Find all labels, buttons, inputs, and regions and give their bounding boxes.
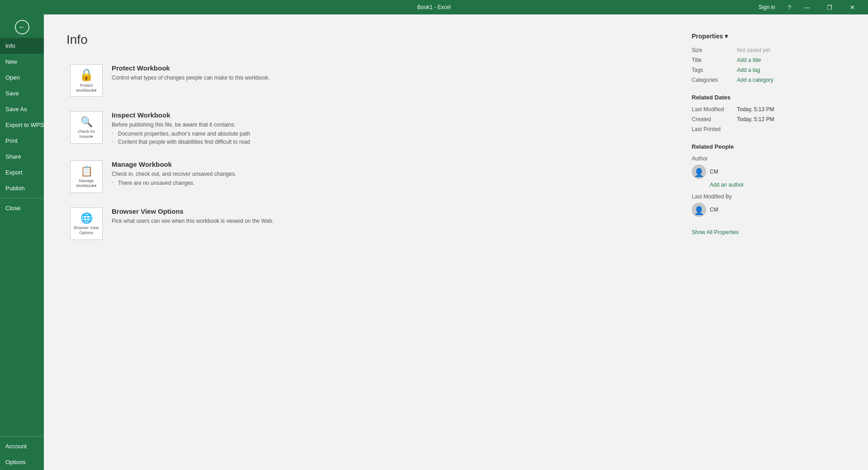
properties-title[interactable]: Properties ▾	[692, 33, 845, 40]
last-modified-avatar-icon: 👤	[694, 207, 704, 215]
magnify-icon: 🔍	[80, 116, 93, 128]
title-bar-title: Book1 - Excel	[417, 4, 451, 10]
back-button[interactable]: ←	[13, 18, 31, 36]
last-modified-by-info: 👤 CM	[692, 202, 718, 217]
add-author-link[interactable]: Add an author	[710, 182, 744, 188]
show-all-link[interactable]: Show All Properties	[692, 229, 739, 235]
sidebar-divider	[0, 198, 44, 198]
inspect-workbook-card[interactable]: 🔍 Check forIssues▾ Inspect Workbook Befo…	[66, 108, 665, 150]
sidebar-item-save[interactable]: Save	[0, 85, 44, 101]
prop-label-tags: Tags	[692, 67, 737, 73]
prop-row-title: Title Add a title	[692, 57, 845, 63]
prop-value-categories[interactable]: Add a category	[737, 77, 774, 83]
related-dates-title: Related Dates	[692, 94, 845, 101]
manage-card-desc: Check in, check out, and recover unsaved…	[112, 171, 661, 177]
browser-icon-label: Browser ViewOptions	[74, 226, 99, 235]
document-icon: 📋	[80, 165, 93, 177]
show-all-properties[interactable]: Show All Properties	[692, 228, 845, 236]
prop-label-size: Size	[692, 47, 737, 53]
protect-card-desc: Control what types of changes people can…	[112, 75, 661, 81]
prop-label-last-printed: Last Printed	[692, 126, 737, 132]
prop-row-tags: Tags Add a tag	[692, 67, 845, 73]
sidebar-item-close[interactable]: Close	[0, 200, 44, 216]
author-label: Author	[692, 155, 737, 162]
prop-row-last-modified: Last Modified Today, 5:13 PM	[692, 106, 845, 113]
main-content: Info 🔒 ProtectWorkbook▾ Protect Workbook…	[44, 14, 868, 470]
prop-label-categories: Categories	[692, 77, 737, 83]
manage-card-title: Manage Workbook	[112, 160, 661, 168]
prop-row-last-printed: Last Printed	[692, 126, 845, 132]
browser-icon-symbol: 🌐	[80, 212, 93, 224]
prop-row-size: Size Not saved yet	[692, 47, 845, 53]
sidebar-item-export[interactable]: Export	[0, 164, 44, 180]
title-bar: Book1 - Excel Sign in ? — ❐ ✕	[0, 0, 868, 14]
protect-workbook-icon: 🔒 ProtectWorkbook▾	[70, 64, 103, 97]
sidebar-item-account[interactable]: Account	[0, 438, 44, 454]
avatar-person-icon: 👤	[694, 169, 704, 177]
title-bar-controls: Sign in ? — ❐ ✕	[759, 0, 863, 14]
sidebar-item-share[interactable]: Share	[0, 149, 44, 164]
prop-label-title: Title	[692, 57, 737, 63]
browser-view-icon: 🌐 Browser ViewOptions	[70, 207, 103, 240]
protect-workbook-card[interactable]: 🔒 ProtectWorkbook▾ Protect Workbook Cont…	[66, 61, 665, 100]
inspect-card-list: Document properties, author's name and a…	[112, 130, 661, 146]
sidebar-item-save-as[interactable]: Save As	[0, 101, 44, 117]
manage-icon-label: ManageWorkbook▾	[76, 179, 96, 188]
app-body: ← Info New Open Save Save As Export to W…	[0, 14, 868, 470]
manage-list-item-1: There are no unsaved changes.	[112, 179, 661, 187]
prop-value-last-modified: Today, 5:13 PM	[737, 106, 774, 113]
manage-workbook-icon: 📋 ManageWorkbook▾	[70, 160, 103, 193]
sign-in-link[interactable]: Sign in	[759, 4, 775, 10]
restore-button[interactable]: ❐	[819, 0, 840, 14]
last-modified-avatar: 👤	[692, 202, 706, 217]
prop-label-last-modified: Last Modified	[692, 106, 737, 113]
author-row: Author 👤 CM Add an author	[692, 155, 845, 188]
protect-card-title: Protect Workbook	[112, 64, 661, 72]
author-avatar: 👤	[692, 164, 706, 179]
properties-table: Size Not saved yet Title Add a title Tag…	[692, 47, 845, 83]
prop-row-created: Created Today, 5:12 PM	[692, 116, 845, 122]
last-modified-by-row: Last Modified By 👤 CM	[692, 193, 845, 217]
manage-card-content: Manage Workbook Check in, check out, and…	[112, 160, 661, 187]
sidebar-item-print[interactable]: Print	[0, 133, 44, 149]
related-people-section: Related People Author 👤 CM Add an author…	[692, 143, 845, 217]
page-title: Info	[66, 33, 665, 47]
protect-icon-label: ProtectWorkbook▾	[76, 83, 96, 93]
inspect-list-item-1: Document properties, author's name and a…	[112, 130, 661, 138]
browser-card-content: Browser View Options Pick what users can…	[112, 207, 661, 226]
sidebar-item-options[interactable]: Options	[0, 454, 44, 470]
browser-card-desc: Pick what users can see when this workbo…	[112, 218, 661, 224]
close-button[interactable]: ✕	[842, 0, 863, 14]
help-button[interactable]: ?	[784, 0, 795, 14]
related-dates-section: Related Dates Last Modified Today, 5:13 …	[692, 94, 845, 132]
protect-card-content: Protect Workbook Control what types of c…	[112, 64, 661, 83]
manage-workbook-card[interactable]: 📋 ManageWorkbook▾ Manage Workbook Check …	[66, 157, 665, 197]
related-people-title: Related People	[692, 143, 845, 150]
back-circle-icon: ←	[15, 20, 29, 34]
prop-value-title[interactable]: Add a title	[737, 57, 761, 63]
sidebar-item-open[interactable]: Open	[0, 70, 44, 85]
last-modified-by-name: CM	[710, 207, 718, 213]
sidebar-bottom: Account Options	[0, 434, 44, 470]
sidebar: ← Info New Open Save Save As Export to W…	[0, 14, 44, 470]
inspect-card-content: Inspect Workbook Before publishing this …	[112, 111, 661, 146]
last-modified-by-label: Last Modified By	[692, 193, 737, 200]
sidebar-item-export-wps[interactable]: Export to WPS PDF	[0, 117, 44, 133]
author-name: CM	[710, 169, 718, 175]
prop-value-created: Today, 5:12 PM	[737, 116, 774, 122]
prop-row-categories: Categories Add a category	[692, 77, 845, 83]
sidebar-item-info[interactable]: Info	[0, 38, 44, 54]
browser-view-card[interactable]: 🌐 Browser ViewOptions Browser View Optio…	[66, 204, 665, 244]
sidebar-item-new[interactable]: New	[0, 54, 44, 70]
prop-label-created: Created	[692, 116, 737, 122]
inspect-icon-label: Check forIssues▾	[78, 129, 95, 139]
sidebar-item-publish[interactable]: Publish	[0, 180, 44, 196]
minimize-button[interactable]: —	[797, 0, 817, 14]
lock-icon: 🔒	[79, 68, 94, 82]
sidebar-nav: Info New Open Save Save As Export to WPS…	[0, 38, 44, 470]
prop-value-tags[interactable]: Add a tag	[737, 67, 760, 73]
author-info: 👤 CM	[692, 164, 718, 179]
inspect-list-item-2: Content that people with disabilities fi…	[112, 138, 661, 146]
inspect-workbook-icon: 🔍 Check forIssues▾	[70, 111, 103, 144]
prop-value-size: Not saved yet	[737, 47, 770, 53]
